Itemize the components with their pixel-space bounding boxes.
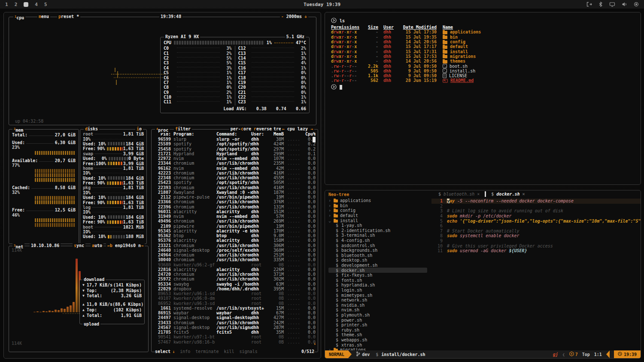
proc-row[interactable]: 49496chromium/usr/lib/chromium/dhh269M..… (154, 219, 316, 223)
logout-icon[interactable] (586, 2, 592, 7)
tree-item-docker.sh[interactable]: $docker.sh (328, 268, 427, 273)
tab-docker.sh[interactable]: $docker.sh× (487, 190, 529, 198)
code-buffer[interactable]: 1yay -S --noconfirm --needed docker dock… (431, 199, 641, 350)
proc-row[interactable]: 24640signal-desktop/proc/self/exe --tdhh… (154, 248, 316, 253)
tree-item-desktop.sh[interactable]: $desktop.sh (328, 258, 431, 263)
info-action[interactable]: info (180, 349, 190, 354)
proc-row[interactable]: 25589spotify/opt/spotify/spotidhh424M...… (154, 142, 316, 146)
proc-row[interactable]: 95362btopbtopdhh9.0M.....0.0 (154, 233, 316, 238)
display-icon[interactable] (609, 2, 615, 7)
tree-item-nvidia.sh[interactable]: $nvidia.sh (328, 302, 431, 308)
proc-row[interactable]: 21721HyprlandHyprlanddhh299M.....0.1 (154, 151, 316, 156)
proc-row[interactable]: 25458spotify/opt/spotify/spotidhh297M...… (154, 147, 316, 151)
tree-item-asdcontrol.sh[interactable]: $asdcontrol.sh (328, 243, 431, 248)
scroll-down-arrow[interactable]: ↓ (313, 341, 316, 346)
proc-row[interactable]: 57467kworker/u98:16-broot0B.....0.0 (154, 340, 316, 344)
tree-item-nvim.sh[interactable]: $nvim.sh (328, 308, 431, 313)
proc-row[interactable]: 42223chromium/usr/lib/chromium/dhh416M..… (154, 171, 316, 175)
signals-action[interactable]: signals (240, 349, 258, 354)
terminate-action[interactable]: terminate (195, 349, 219, 354)
proc-row[interactable]: 22029dropbox/home/dhh/.dropboxdhh395M...… (154, 287, 316, 291)
tree-item-login.sh[interactable]: $login.sh (328, 288, 431, 293)
proc-row[interactable]: 21807XwaylandXwayland :0 -rootldhh187M..… (154, 190, 316, 195)
proc-row[interactable]: 23433chromium/usr/lib/chromium/dhh242M..… (154, 320, 316, 325)
tree-item-install[interactable]: ⌄install (328, 218, 431, 223)
record-icon[interactable] (634, 2, 639, 7)
tab-close-icon[interactable]: × (477, 192, 480, 196)
tab-bluetooth.sh[interactable]: $bluetooth.sh× (434, 190, 484, 198)
proc-row[interactable]: 22972nvimnvim --embed .dhh107M.....0.0 (154, 156, 316, 161)
tree-item-2-identification.sh[interactable]: $2-identification.sh (328, 228, 431, 233)
proc-row[interactable]: 96031alacrittyalacrittydhh151M.....0.0 (154, 209, 316, 214)
tree-item-bluetooth.sh[interactable]: $bluetooth.sh (328, 253, 431, 258)
disks-panel-title[interactable]: disks (84, 127, 99, 132)
proc-row[interactable]: 30040chromium/usr/lib/chromium/dhh335M..… (154, 257, 316, 262)
proc-row[interactable]: 22393chromium/usr/lib/chromium/dhh416M..… (154, 185, 316, 190)
tree-item-plymouth.sh[interactable]: $plymouth.sh (328, 313, 431, 318)
menu-button[interactable]: menu (37, 14, 50, 19)
io-toggle[interactable]: io (135, 127, 143, 132)
tree-item-4-config.sh[interactable]: $4-config.sh (328, 238, 431, 243)
tree-item-applications[interactable]: ›applications (328, 198, 431, 203)
proc-scrollbar[interactable] (313, 137, 316, 142)
net-sync-button[interactable]: sync (73, 243, 85, 248)
proc-row[interactable]: 23366chromium/usr/lib/chromium/dhh376M..… (154, 199, 316, 204)
proc-row[interactable]: 95345alacrittyalacritty -e btopdhh170M..… (154, 229, 316, 233)
tree-item-bin[interactable]: ›bin (328, 203, 431, 208)
proc-row[interactable]: 2112pipewire-pulse/usr/bin/pipewire-dhh1… (154, 195, 316, 199)
tree-item-1-yay.sh[interactable]: $1-yay.sh (328, 223, 431, 228)
proc-row[interactable]: 95334swaybgswaybg -i /home/dhdhh63M.....… (154, 282, 316, 287)
proc-row[interactable]: 31949nvimnvim --embed .dhh57M.....0.0 (154, 214, 316, 219)
proc-row[interactable]: 95376alacrittyalacrittydhh158M.....0.0 (154, 238, 316, 243)
proc-panel-title[interactable]: 4proc (155, 127, 170, 133)
tree-item-3-terminal.sh[interactable]: $3-terminal.sh (328, 233, 431, 238)
proc-row[interactable]: 96599slurpslurp -ordhh38M.....0.0 (154, 137, 316, 142)
proc-row[interactable]: 23344chromium/usr/lib/chromium/dhh235M..… (154, 161, 316, 166)
proc-row[interactable]: 1661systemd-resolve/usr/lib/systemd/ssys… (154, 306, 316, 311)
proc-row[interactable]: 21785fcitx5fcitx5dhh35M.....0.0 (154, 330, 316, 335)
proc-row[interactable]: 86952kworker/u96:3-sdroot0B.....0.0 (154, 301, 316, 306)
proc-row[interactable]: 49107kworker/u96:0-dmroot0B.....0.0 (154, 296, 316, 301)
tree-item-backgrounds.sh[interactable]: $backgrounds.sh (328, 248, 431, 253)
cpu-panel-title[interactable]: 1cpu (13, 14, 25, 21)
proc-row[interactable]: 89653kworker/u96:1-sdroot0B.....0.0 (154, 291, 316, 296)
tree-item-config[interactable]: ›config (328, 208, 431, 213)
tree-item-migrations[interactable]: ›migrations (328, 347, 431, 350)
tree-item-network.sh[interactable]: $network.sh (328, 298, 431, 303)
filter-button[interactable]: filter (174, 127, 192, 132)
reverse-toggle[interactable]: reverse (252, 127, 273, 132)
proc-row[interactable]: 24567signal-desktop/usr/lib/signal-dedhh… (154, 325, 316, 330)
tree-item-xtras.sh[interactable]: $xtras.sh (328, 342, 431, 347)
proc-row[interactable]: 24964chromium/usr/lib/chromium/dhh251M..… (154, 253, 316, 257)
proc-row[interactable]: 23321chromium/usr/lib/chromium/dhh306M..… (154, 243, 316, 248)
sort-selector[interactable]: ← cpu lazy → (281, 127, 314, 132)
tree-item-fix-fkeys.sh[interactable]: $fix-fkeys.sh (328, 273, 431, 278)
proc-row[interactable]: 93680kworker/u96:2-gfroot0B.....0.0 (154, 262, 316, 267)
tab-close-icon[interactable]: × (522, 192, 525, 196)
per-core-toggle[interactable]: per-core (229, 127, 252, 132)
proc-row[interactable]: 25423spotify/opt/spotify/spotidhh505M...… (154, 180, 316, 185)
proc-row[interactable]: 24497signal-desktopsignal-desktopdhh427M… (154, 315, 316, 320)
proc-row[interactable]: 22816alacrittyalacrittydhh226M.....0.0 (154, 267, 316, 272)
volume-icon[interactable] (622, 2, 627, 7)
tree-item-default[interactable]: ›default (328, 213, 431, 218)
tree-item-hyprlandia.sh[interactable]: $hyprlandia.sh (328, 283, 431, 288)
mem-panel-title[interactable]: 2mem (12, 127, 24, 133)
proc-row[interactable]: 90541kworker/u97:1-btroot0B.....0.0 (154, 335, 316, 339)
preset-button[interactable]: preset * (57, 14, 80, 19)
net-auto-button[interactable]: auto (91, 243, 103, 248)
proc-row[interactable]: 24720chromium/usr/lib/chromium/dhh371M..… (154, 272, 316, 277)
prompt-line-active[interactable] (331, 84, 635, 90)
tree-item-development.sh[interactable]: $development.sh (328, 263, 431, 268)
proc-row[interactable]: 22348chromium/usr/lib/chromium/dhh455M..… (154, 175, 316, 180)
net-interface-switcher[interactable]: ←b enp194s0 n→ (106, 243, 145, 248)
proc-row[interactable]: 25972chromium/usr/lib/chromium/dhh302M..… (154, 277, 316, 281)
tree-item-printer.sh[interactable]: $printer.sh (328, 323, 431, 328)
scroll-up-arrow[interactable]: ↑ (313, 131, 316, 136)
tree-item-fonts.sh[interactable]: $fonts.sh (328, 278, 431, 283)
tree-item-power.sh[interactable]: $power.sh (328, 317, 431, 323)
tree-item-ruby.sh[interactable]: $ruby.sh (328, 327, 431, 332)
tree-item-theme.sh[interactable]: $theme.sh (328, 332, 431, 338)
tree-item-webapps.sh[interactable]: $webapps.sh (328, 338, 431, 343)
proc-row[interactable]: 2109pipewire/usr/bin/pipewiredhh19M.....… (154, 224, 316, 229)
